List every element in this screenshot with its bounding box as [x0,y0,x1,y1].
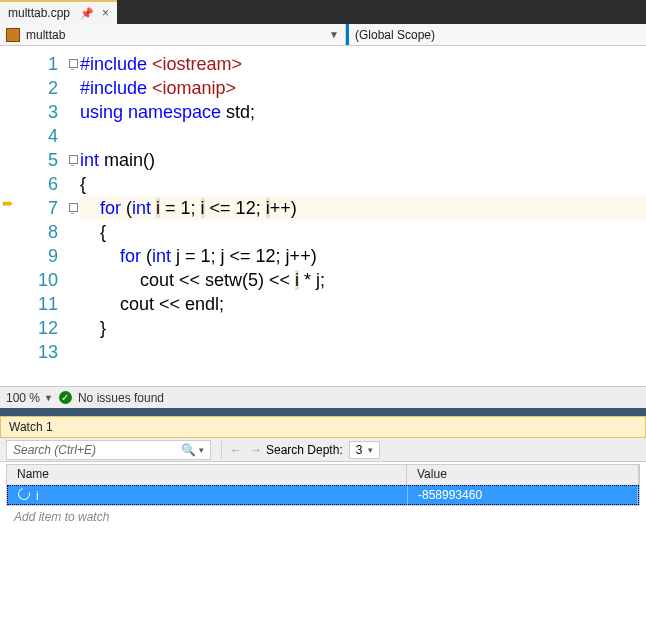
pin-icon[interactable]: 📌 [80,7,94,20]
close-icon[interactable]: × [102,6,109,20]
watch-panel-title[interactable]: Watch 1 [0,416,646,438]
issues-text: No issues found [78,391,164,405]
tab-strip: multtab.cpp 📌 × [0,0,646,24]
watch-name-cell[interactable]: i [8,486,408,505]
watch-header-row: Name Value [7,465,639,485]
nav-forward-icon[interactable]: → [246,443,266,457]
panel-divider[interactable] [0,408,646,416]
project-name: multtab [26,28,65,42]
scope-bar: multtab ▼ (Global Scope) [0,24,646,46]
depth-value: 3 [356,443,363,457]
tab-filename: multtab.cpp [8,6,70,20]
separator [221,441,222,459]
chevron-down-icon: ▼ [329,29,339,40]
watch-grid: Name Value i -858993460 [6,464,640,506]
column-header-name[interactable]: Name [7,465,407,485]
watch-row[interactable]: i -858993460 [7,485,639,505]
scope-text: (Global Scope) [355,28,435,42]
chevron-down-icon[interactable]: ▾ [199,445,204,455]
function-scope-dropdown[interactable]: (Global Scope) [346,24,646,45]
search-depth-label: Search Depth: [266,443,343,457]
watch-value-cell[interactable]: -858993460 [408,486,638,504]
line-number-gutter: 12345678910111213 [18,46,66,386]
zoom-level[interactable]: 100 % [6,391,40,405]
search-icon[interactable]: 🔍 [181,443,196,457]
search-depth-dropdown[interactable]: 3 ▾ [349,441,381,459]
project-icon [6,28,20,42]
editor-status-strip: 100 % ▼ ✓ No issues found [0,386,646,408]
watch-search-input[interactable]: Search (Ctrl+E) 🔍 ▾ [6,440,211,460]
breakpoint-margin[interactable]: ➨ [0,46,18,386]
search-placeholder: Search (Ctrl+E) [13,443,96,457]
watch-panel: Watch 1 Search (Ctrl+E) 🔍 ▾ ← → Search D… [0,416,646,528]
watch-toolbar: Search (Ctrl+E) 🔍 ▾ ← → Search Depth: 3 … [0,438,646,462]
nav-back-icon[interactable]: ← [226,443,246,457]
project-scope-dropdown[interactable]: multtab ▼ [0,24,346,45]
refresh-icon [16,485,32,501]
empty-area [0,528,646,626]
fold-toggle-icon[interactable] [69,59,78,68]
fold-gutter[interactable] [66,46,80,386]
fold-toggle-icon[interactable] [69,203,78,212]
column-header-value[interactable]: Value [407,465,639,485]
chevron-down-icon: ▾ [368,445,373,455]
code-area[interactable]: #include <iostream>#include <iomanip>usi… [80,46,646,386]
no-issues-icon: ✓ [59,391,72,404]
file-tab[interactable]: multtab.cpp 📌 × [0,0,117,24]
fold-toggle-icon[interactable] [69,155,78,164]
chevron-down-icon[interactable]: ▼ [44,393,53,403]
code-editor[interactable]: ➨ 12345678910111213 #include <iostream>#… [0,46,646,386]
add-watch-item[interactable]: Add item to watch [0,506,646,528]
execution-pointer-icon: ➨ [2,195,14,211]
